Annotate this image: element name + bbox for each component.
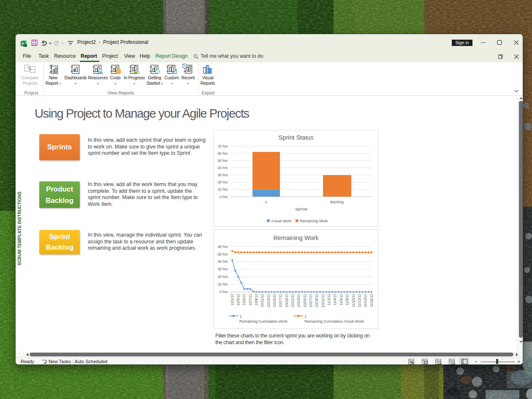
- svg-text:Remaining Cumulative Work: Remaining Cumulative Work: [239, 319, 288, 324]
- svg-text:10/11/12: 10/11/12: [261, 294, 264, 307]
- svg-text:11/14/12: 11/14/12: [364, 294, 367, 307]
- svg-text:40 hrs: 40 hrs: [217, 166, 228, 170]
- svg-text:Actual Work: Actual Work: [271, 219, 292, 223]
- svg-text:10/27/12: 10/27/12: [309, 294, 313, 307]
- svg-text:50 hrs: 50 hrs: [217, 159, 228, 163]
- svg-text:10/1/12: 10/1/12: [231, 294, 234, 306]
- svg-text:20 hrs: 20 hrs: [217, 275, 228, 279]
- svg-text:11/12/12: 11/12/12: [358, 294, 361, 307]
- svg-text:1: 1: [304, 314, 307, 318]
- svg-text:10 hrs: 10 hrs: [217, 282, 228, 286]
- svg-text:Sprints: Sprints: [295, 207, 308, 211]
- svg-text:20 hrs: 20 hrs: [217, 180, 228, 184]
- svg-text:30 hrs: 30 hrs: [217, 173, 228, 177]
- svg-text:11/8/12: 11/8/12: [345, 294, 349, 305]
- svg-text:11/4/12: 11/4/12: [333, 294, 337, 305]
- svg-text:Remaining Cumulative Actual Wo: Remaining Cumulative Actual Work: [304, 319, 364, 324]
- svg-text:11/16/12: 11/16/12: [370, 294, 374, 307]
- svg-text:10/31/12: 10/31/12: [321, 294, 325, 307]
- svg-text:11/10/12: 11/10/12: [352, 294, 356, 307]
- svg-text:10/19/12: 10/19/12: [285, 294, 289, 307]
- svg-text:10/21/12: 10/21/12: [291, 294, 295, 307]
- svg-text:Remaining Work: Remaining Work: [300, 219, 328, 223]
- svg-text:60 hrs: 60 hrs: [217, 151, 228, 156]
- svg-text:10 hrs: 10 hrs: [217, 187, 228, 191]
- svg-text:50 hrs: 50 hrs: [217, 252, 228, 256]
- svg-text:10/3/12: 10/3/12: [236, 294, 240, 306]
- svg-text:10/9/12: 10/9/12: [255, 294, 258, 306]
- svg-text:10/29/12: 10/29/12: [315, 294, 319, 307]
- svg-text:10/7/12: 10/7/12: [249, 294, 252, 306]
- svg-text:10/17/12: 10/17/12: [279, 294, 282, 307]
- svg-text:60 hrs: 60 hrs: [217, 245, 228, 249]
- svg-text:10/13/12: 10/13/12: [267, 294, 271, 307]
- svg-text:10/15/12: 10/15/12: [273, 294, 277, 307]
- svg-text:10/5/12: 10/5/12: [242, 294, 246, 306]
- svg-text:Backlog: Backlog: [330, 200, 344, 204]
- svg-text:Sprint Status: Sprint Status: [278, 134, 313, 141]
- svg-text:40 hrs: 40 hrs: [217, 259, 228, 264]
- svg-text:0 hrs: 0 hrs: [220, 290, 228, 294]
- svg-text:Remaining Work: Remaining Work: [274, 235, 319, 241]
- svg-text:1: 1: [265, 200, 267, 204]
- svg-text:30 hrs: 30 hrs: [217, 267, 228, 271]
- svg-text:70 hrs: 70 hrs: [217, 144, 228, 148]
- svg-text:1: 1: [239, 314, 242, 318]
- svg-text:10/23/12: 10/23/12: [297, 294, 301, 307]
- svg-text:0 hrs: 0 hrs: [220, 195, 228, 199]
- svg-text:10/25/12: 10/25/12: [303, 294, 307, 307]
- svg-text:11/6/12: 11/6/12: [339, 294, 343, 305]
- svg-text:11/2/12: 11/2/12: [327, 294, 331, 305]
- svg-text:P: P: [22, 42, 24, 46]
